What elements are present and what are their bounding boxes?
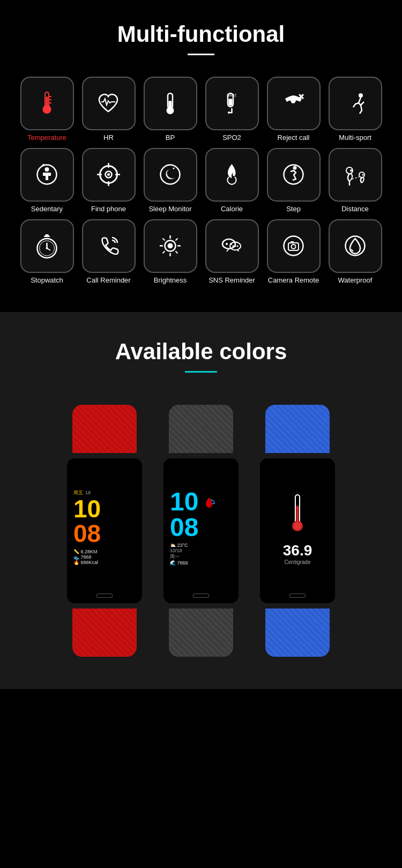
feature-bp: BP [142,77,198,143]
distance-icon [340,160,370,189]
watch-black-body: 10 08 ⛅ 23°C 10/18 周一 🌊 7868 [158,453,244,609]
svg-line-34 [352,177,359,179]
svg-point-29 [293,166,297,170]
find-phone-label: Find phone [91,205,126,214]
watch-black-band-bottom [169,609,233,657]
svg-point-21 [107,173,110,176]
sns-reminder-icon-box [205,219,259,273]
step-label: Step [286,205,301,214]
svg-point-33 [362,174,364,176]
sedentary-label: Sedentary [31,205,63,214]
multi-sport-icon [340,89,370,118]
waterproof-label: Waterproof [338,276,373,285]
waterproof-icon-box [329,219,382,273]
svg-point-57 [235,246,236,247]
colors-underline [185,371,217,373]
spo2-icon-box: SaO2 [205,77,259,130]
title-underline [188,54,214,55]
svg-text:SaO2: SaO2 [227,93,236,97]
svg-point-26 [161,165,180,184]
hr-icon-box [82,77,136,130]
watch-red-screen: 周五 18 10 08 📏 6.28KM 👟 7868 🔥 686Kcal [67,458,142,603]
feature-stopwatch: Stopwatch [19,219,75,285]
feature-step: Step [265,148,322,214]
stopwatch-label: Stopwatch [31,276,63,285]
section-title: Multi-functional [11,21,391,47]
distance-icon-box [329,148,382,202]
bp-label: BP [166,133,175,143]
svg-point-8 [167,107,174,114]
svg-line-51 [163,251,165,254]
features-grid: Temperature HR BP [11,71,391,291]
calorie-icon-box [205,148,259,202]
svg-point-43 [168,243,173,249]
temperature-icon-box [20,77,74,130]
temperature-icon [32,89,62,118]
hr-icon [94,89,123,118]
feature-calorie: Calorie [204,148,260,214]
bp-icon-box [144,77,197,130]
feature-waterproof: Waterproof [327,219,383,285]
svg-line-50 [176,239,178,241]
svg-line-48 [163,239,165,241]
svg-point-27 [173,168,175,169]
svg-point-53 [226,243,228,245]
temperature-label: Temperature [27,133,66,143]
watch-black: 10 08 ⛅ 23°C 10/18 周一 🌊 7868 [158,405,244,657]
feature-distance: Distance [327,148,383,214]
bp-icon [155,89,185,118]
stopwatch-icon-box [20,219,74,273]
sleep-monitor-icon-box [144,148,197,202]
sedentary-icon-box [20,148,74,202]
svg-point-31 [350,169,352,172]
sns-reminder-label: SNS Reminder [209,276,255,285]
distance-label: Distance [341,205,369,214]
blue-watch-temp-value: 36.9 [283,542,312,559]
call-reminder-label: Call Reminder [86,276,130,285]
multi-functional-section: Multi-functional Temperature [0,0,402,301]
svg-rect-62 [291,241,294,243]
svg-point-17 [45,167,49,172]
colors-section-title: Available colors [11,339,391,365]
watch-blue: 36.9 Centigrade [255,405,340,657]
available-colors-section: Available colors 周五 18 10 0 [0,312,402,689]
watch-black-screen: 10 08 ⛅ 23°C 10/18 周一 🌊 7868 [163,458,239,603]
watch-red: 周五 18 10 08 📏 6.28KM 👟 7868 🔥 686Kcal [62,405,147,657]
watch-blue-screen: 36.9 Centigrade [260,458,335,603]
svg-point-68 [294,522,301,530]
svg-point-61 [292,244,296,249]
svg-line-49 [176,251,178,254]
watch-black-band-top [169,405,233,453]
svg-rect-11 [229,99,233,106]
spo2-label: SPO2 [222,133,241,143]
sns-reminder-icon [217,231,247,261]
calorie-icon [217,160,247,189]
svg-rect-5 [46,97,48,108]
feature-call-reminder: Call Reminder [80,219,137,285]
waterproof-icon [340,231,370,261]
svg-point-12 [228,112,230,114]
call-reminder-icon [94,231,123,261]
brightness-icon [155,231,185,261]
feature-reject-call: Reject call [265,77,322,143]
camera-remote-icon-box [267,219,321,273]
sedentary-icon [32,160,62,189]
sleep-monitor-icon [155,160,185,189]
svg-point-52 [222,239,235,249]
stopwatch-icon [32,231,62,261]
step-icon-box [267,148,321,202]
spo2-icon: SaO2 [217,89,247,118]
feature-brightness: Brightness [142,219,198,285]
call-reminder-icon-box [82,219,136,273]
step-icon [279,160,308,189]
watch-red-body: 周五 18 10 08 📏 6.28KM 👟 7868 🔥 686Kcal [62,453,147,609]
blue-watch-temp-unit: Centigrade [285,559,311,565]
brightness-label: Brightness [154,276,187,285]
watch-blue-body: 36.9 Centigrade [255,453,340,609]
sleep-monitor-label: Sleep Monitor [148,205,191,214]
hr-label: HR [103,133,114,143]
feature-find-phone: Find phone [80,148,137,214]
camera-remote-icon [279,231,308,261]
feature-temperature: Temperature [19,77,75,143]
camera-remote-label: Camera Remote [268,276,319,285]
